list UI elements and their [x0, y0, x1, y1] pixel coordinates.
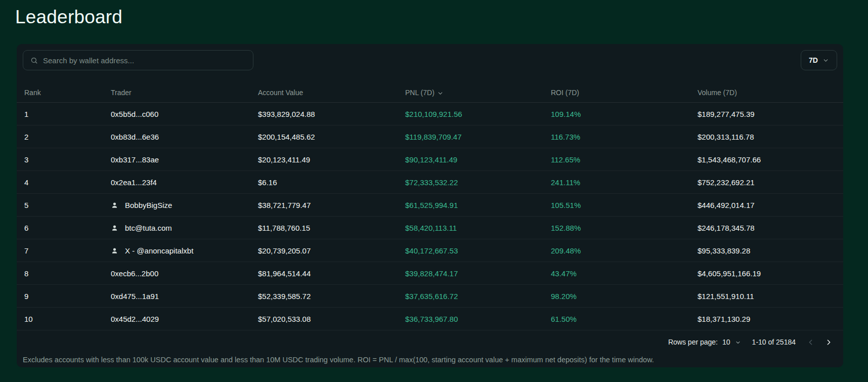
trader-name: 0xb317...83ae — [111, 155, 159, 164]
account-value-cell: $200,154,485.62 — [258, 133, 405, 141]
table-row[interactable]: 90xd475...1a91$52,339,585.72$37,635,616.… — [17, 285, 843, 308]
chevron-down-icon — [822, 57, 829, 64]
roi-cell: 116.73% — [551, 133, 698, 141]
table-row[interactable]: 20xb83d...6e36$200,154,485.62$119,839,70… — [17, 125, 843, 148]
pnl-cell: $58,420,113.11 — [405, 224, 551, 232]
roi-cell: 105.51% — [551, 201, 698, 209]
column-header-roi-7d[interactable]: ROI (7D) — [551, 89, 698, 97]
pagination-range: 1-10 of 25184 — [752, 338, 796, 346]
column-label: PNL (7D) — [405, 89, 435, 97]
column-label: Rank — [24, 89, 41, 97]
pagination: Rows per page: 10 1-10 of 25184 — [17, 330, 843, 354]
rows-per-page-select[interactable]: Rows per page: 10 — [668, 338, 741, 346]
search-input[interactable] — [43, 56, 246, 65]
trader-name: 0x45d2...4029 — [111, 315, 159, 323]
trader-name: 0xd475...1a91 — [111, 292, 159, 301]
trader-cell: BobbyBigSize — [111, 201, 258, 209]
column-header-rank[interactable]: Rank — [24, 89, 111, 97]
trader-cell: 0x2ea1...23f4 — [111, 178, 258, 187]
account-value-cell: $11,788,760.15 — [258, 224, 405, 232]
roi-cell: 109.14% — [551, 110, 698, 118]
rank-cell: 2 — [24, 133, 111, 141]
account-value-cell: $20,739,205.07 — [258, 246, 405, 255]
trader-cell: btc@tuta.com — [111, 224, 258, 232]
pnl-cell: $210,109,921.56 — [405, 110, 551, 118]
volume-cell: $1,543,468,707.66 — [698, 155, 843, 164]
volume-cell: $200,313,116.78 — [698, 133, 843, 141]
rank-cell: 4 — [24, 178, 111, 187]
rank-cell: 1 — [24, 110, 111, 118]
column-label: ROI (7D) — [551, 89, 579, 97]
table-row[interactable]: 5BobbyBigSize$38,721,779.47$61,525,994.9… — [17, 194, 843, 217]
pnl-cell: $36,733,967.80 — [405, 315, 551, 323]
trader-cell: X - @anoncapitalxbt — [111, 246, 258, 255]
volume-cell: $121,551,910.11 — [698, 292, 843, 301]
column-label: Trader — [111, 89, 132, 97]
volume-cell: $189,277,475.39 — [698, 110, 843, 118]
trader-cell: 0x45d2...4029 — [111, 315, 258, 323]
table-row[interactable]: 80xecb6...2b00$81,964,514.44$39,828,474.… — [17, 262, 843, 285]
rank-cell: 5 — [24, 201, 111, 209]
pnl-cell: $61,525,994.91 — [405, 201, 551, 209]
chevron-left-icon — [806, 338, 815, 347]
rank-cell: 9 — [24, 292, 111, 301]
toolbar: 7D — [17, 44, 843, 76]
rank-cell: 6 — [24, 224, 111, 232]
roi-cell: 98.20% — [551, 292, 698, 301]
timeframe-select[interactable]: 7D — [801, 50, 837, 70]
rank-cell: 10 — [24, 315, 111, 323]
table-row[interactable]: 7X - @anoncapitalxbt$20,739,205.07$40,17… — [17, 239, 843, 262]
account-value-cell: $20,123,411.49 — [258, 155, 405, 164]
account-value-cell: $6.16 — [258, 178, 405, 187]
table-row[interactable]: 30xb317...83ae$20,123,411.49$90,123,411.… — [17, 148, 843, 171]
table-row[interactable]: 10x5b5d...c060$393,829,024.88$210,109,92… — [17, 103, 843, 125]
table-header: RankTraderAccount ValuePNL (7D)ROI (7D)V… — [17, 76, 843, 103]
table-row[interactable]: 6btc@tuta.com$11,788,760.15$58,420,113.1… — [17, 217, 843, 239]
table-row[interactable]: 40x2ea1...23f4$6.16$72,333,532.22241.11%… — [17, 171, 843, 194]
volume-cell: $18,371,130.29 — [698, 315, 843, 323]
trader-name: btc@tuta.com — [125, 224, 172, 232]
sort-desc-icon — [437, 90, 444, 97]
trader-name: BobbyBigSize — [125, 201, 172, 209]
account-value-cell: $81,964,514.44 — [258, 269, 405, 278]
rows-per-page-label: Rows per page: — [668, 338, 718, 346]
roi-cell: 209.48% — [551, 246, 698, 255]
volume-cell: $4,605,951,166.19 — [698, 269, 843, 278]
trader-name: 0x2ea1...23f4 — [111, 178, 157, 187]
roi-cell: 112.65% — [551, 155, 698, 164]
prev-page-button[interactable] — [803, 334, 818, 350]
pnl-cell: $37,635,616.72 — [405, 292, 551, 301]
account-value-cell: $52,339,585.72 — [258, 292, 405, 301]
volume-cell: $446,492,014.17 — [698, 201, 843, 209]
column-header-volume-7d[interactable]: Volume (7D) — [698, 89, 843, 97]
chevron-down-icon — [735, 339, 741, 346]
leaderboard-panel: 7D RankTraderAccount ValuePNL (7D)ROI (7… — [17, 44, 843, 367]
trader-name: 0xb83d...6e36 — [111, 133, 159, 141]
rank-cell: 8 — [24, 269, 111, 278]
trader-name: 0xecb6...2b00 — [111, 269, 158, 278]
next-page-button[interactable] — [821, 334, 836, 350]
account-value-cell: $57,020,533.08 — [258, 315, 405, 323]
table-row[interactable]: 100x45d2...4029$57,020,533.08$36,733,967… — [17, 308, 843, 330]
roi-cell: 241.11% — [551, 178, 698, 187]
person-icon — [111, 201, 118, 209]
pnl-cell: $90,123,411.49 — [405, 155, 551, 164]
column-header-account-value[interactable]: Account Value — [258, 89, 405, 97]
volume-cell: $95,333,839.28 — [698, 246, 843, 255]
column-header-pnl-7d[interactable]: PNL (7D) — [405, 89, 551, 97]
trader-cell: 0xb317...83ae — [111, 155, 258, 164]
column-header-trader[interactable]: Trader — [111, 89, 258, 97]
person-icon — [111, 247, 118, 254]
column-label: Volume (7D) — [698, 89, 737, 97]
roi-cell: 43.47% — [551, 269, 698, 278]
search-box[interactable] — [23, 50, 253, 70]
search-icon — [30, 57, 38, 64]
pnl-cell: $40,172,667.53 — [405, 246, 551, 255]
trader-cell: 0xd475...1a91 — [111, 292, 258, 301]
account-value-cell: $38,721,779.47 — [258, 201, 405, 209]
volume-cell: $752,232,692.21 — [698, 178, 843, 187]
pnl-cell: $39,828,474.17 — [405, 269, 551, 278]
trader-name: 0x5b5d...c060 — [111, 110, 158, 118]
roi-cell: 61.50% — [551, 315, 698, 323]
rank-cell: 7 — [24, 246, 111, 255]
